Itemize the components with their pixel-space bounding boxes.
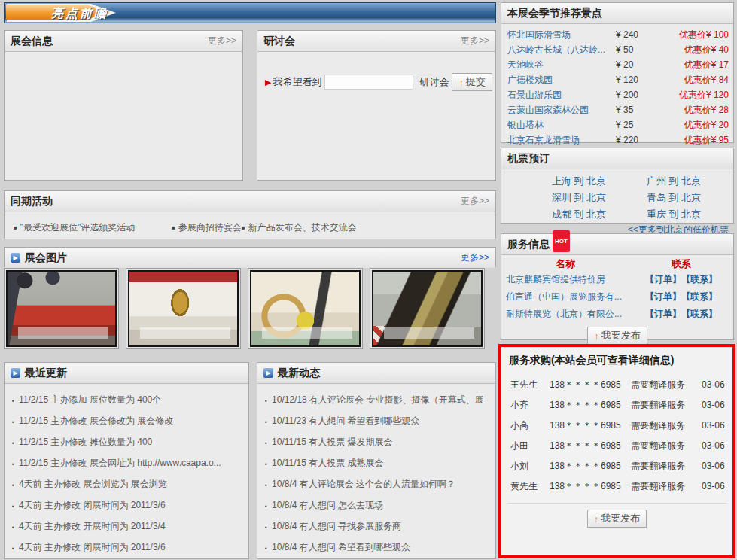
request-row[interactable]: 小刘 138＊＊＊＊6985 需要翻译服务 03-06 <box>501 456 732 476</box>
update-item[interactable]: ▪ 4天前 主办修改 展会浏览为 展会浏览 <box>12 474 244 495</box>
concurrent-item[interactable]: ■"最受欢迎展位"评选颁奖活动 <box>14 221 172 234</box>
scenic-discount-price: 优惠价¥ 120 <box>658 87 729 102</box>
request-row[interactable]: 小田 138＊＊＊＊6985 需要翻译服务 03-06 <box>501 436 732 456</box>
service-order-link[interactable]: 【订单】 <box>645 309 681 319</box>
scenic-price: ¥ 220 <box>616 132 658 148</box>
play-icon: ▶ <box>11 368 20 378</box>
scenic-name-link[interactable]: 怀北国际滑雪场 <box>507 27 616 42</box>
news-item[interactable]: ▪ 10/8/4 有人想问 希望看到哪些观众 <box>265 537 491 558</box>
request-row[interactable]: 王先生 138＊＊＊＊6985 需要翻译服务 03-06 <box>501 375 732 395</box>
service-requests-list: 王先生 138＊＊＊＊6985 需要翻译服务 03-06 小齐 138＊＊＊＊6… <box>501 375 732 497</box>
exhibit-info-more-link[interactable]: 更多>> <box>208 31 236 51</box>
request-name: 黄先生 <box>510 476 550 497</box>
flight-route-link[interactable]: 广州 到 北京 <box>626 174 721 189</box>
update-item[interactable]: ▪ 4天前 主办修改 闭展时间为 2011/3/6 <box>12 495 244 516</box>
service-row: 耐斯特展览（北京）有限公... 【订单】【联系】 <box>501 306 733 323</box>
scenic-name-link[interactable]: 天池峡谷 <box>507 57 616 72</box>
bullet-icon: ▪ <box>265 476 269 495</box>
scenic-price: ¥ 200 <box>616 87 658 102</box>
exhibition-photo-2[interactable] <box>126 268 241 349</box>
bullet-icon: ▪ <box>265 434 269 453</box>
news-item[interactable]: ▪ 10/11/23 有人想问 希望看到哪些观众 <box>265 411 491 432</box>
concurrent-more-link[interactable]: 更多>> <box>461 191 489 212</box>
request-row[interactable]: 黄先生 138＊＊＊＊6985 需要翻译服务 03-06 <box>501 476 732 497</box>
service-name-link[interactable]: 伯言通（中国）展览服务有... <box>506 288 632 306</box>
request-row[interactable]: 小高 138＊＊＊＊6985 需要翻译服务 03-06 <box>501 415 732 436</box>
request-phone: 138＊＊＊＊6985 <box>550 476 631 497</box>
update-item[interactable]: ▪ 4天前 主办修改 开展时间为 2011/3/4 <box>12 516 244 537</box>
concurrent-header: 同期活动 更多>> <box>5 191 495 212</box>
services-title: 服务信息 <box>507 234 550 254</box>
seminar-more-link[interactable]: 更多>> <box>461 31 489 51</box>
services-header: 服务信息 HOT <box>501 234 733 255</box>
scenic-discount-price: 优惠价¥ 95 <box>658 132 729 148</box>
exhibition-photo-1[interactable] <box>4 268 119 349</box>
update-item[interactable]: ▪ 11/2/15 主办修改 展会修改为 展会修改 <box>12 411 244 432</box>
update-item[interactable]: ▪ 4天前 主办修改 闭展时间为 2011/3/6 <box>12 537 244 558</box>
photos-more-link[interactable]: 更多>> <box>461 248 489 268</box>
flight-route-link[interactable]: 深圳 到 北京 <box>531 190 626 205</box>
recent-updates-box: ▶ 最近更新 ▪ 11/2/15 主办添加 展位数量为 400个 ▪ 11/2/… <box>4 362 249 559</box>
concurrent-item[interactable]: ■新产品发布会、技术交流会 <box>242 221 357 234</box>
services-publish-button[interactable]: ↑我要发布 <box>587 327 647 345</box>
flight-route-link[interactable]: 上海 到 北京 <box>531 174 626 189</box>
news-item[interactable]: ▪ 10/8/4 有人想问 寻找参展服务商 <box>265 516 491 537</box>
photos-header-box: ▶ 展会图片 更多>> <box>4 247 496 267</box>
request-phone: 138＊＊＊＊6985 <box>550 436 631 456</box>
service-contact-link[interactable]: 【联系】 <box>681 274 717 285</box>
service-name-link[interactable]: 耐斯特展览（北京）有限公... <box>506 306 632 323</box>
flights-header: 机票预订 <box>501 148 733 169</box>
bullet-icon: ▪ <box>265 391 269 411</box>
scenic-name-link[interactable]: 广德楼戏园 <box>507 72 616 87</box>
service-order-link[interactable]: 【订单】 <box>645 291 681 302</box>
scenic-name-link[interactable]: 云蒙山国家森林公园 <box>507 102 616 117</box>
service-name-link[interactable]: 北京麒麟宾馆提供特价房 <box>506 271 632 288</box>
scenic-row: 八达岭古长城（八达岭... ¥ 50 优惠价¥ 40 <box>501 42 733 57</box>
concurrent-item[interactable]: ■参展商招待宴会 <box>172 221 242 234</box>
requests-publish-button[interactable]: ↑我要发布 <box>587 510 647 528</box>
scenic-discount-price: 优惠价¥ 20 <box>658 117 729 132</box>
service-contact-link[interactable]: 【联系】 <box>681 291 717 302</box>
scenic-price: ¥ 35 <box>616 102 658 117</box>
scenic-name-link[interactable]: 八达岭古长城（八达岭... <box>507 42 616 57</box>
photo-dragon-statue-booth <box>128 270 239 347</box>
service-order-link[interactable]: 【订单】 <box>645 274 681 285</box>
seminar-submit-button[interactable]: ↑提交 <box>452 73 492 91</box>
update-item[interactable]: ▪ 11/2/15 主办修改 摊位数量为 400 <box>12 432 244 453</box>
seminar-form: ▶ 我希望看到 研讨会 ↑提交 <box>265 73 495 91</box>
news-item[interactable]: ▪ 10/12/18 有人评论展会 专业摄影、摄像（开幕式、展 <box>265 390 491 411</box>
exhibition-photo-3[interactable] <box>248 268 363 349</box>
update-item[interactable]: ▪ 11/2/15 主办添加 展位数量为 400个 <box>12 390 244 411</box>
photo-strip <box>4 268 496 352</box>
scenic-row: 北京石京龙滑雪场 ¥ 220 优惠价¥ 95 <box>501 132 733 148</box>
update-item[interactable]: ▪ 11/2/15 主办修改 展会网址为 http://www.caapa.o.… <box>12 453 244 474</box>
scenic-name-link[interactable]: 北京石京龙滑雪场 <box>507 132 616 148</box>
exhibition-photo-4[interactable] <box>370 268 485 349</box>
request-service: 需要翻译服务 <box>631 436 702 456</box>
seminar-topic-input[interactable] <box>324 75 413 90</box>
exhibit-info-title: 展会信息 <box>11 31 53 51</box>
news-item[interactable]: ▪ 10/8/4 有人想问 怎么去现场 <box>265 495 491 516</box>
flight-route-link[interactable]: 重庆 到 北京 <box>626 207 721 222</box>
bullet-icon: ▪ <box>12 434 16 453</box>
scenic-name-link[interactable]: 石景山游乐园 <box>507 87 616 102</box>
request-row[interactable]: 小齐 138＊＊＊＊6985 需要翻译服务 03-06 <box>501 395 732 415</box>
service-contact-link[interactable]: 【联系】 <box>681 309 717 319</box>
play-icon: ▶ <box>263 368 273 378</box>
request-service: 需要翻译服务 <box>631 476 702 497</box>
news-item[interactable]: ▪ 10/11/15 有人投票 爆发期展会 <box>265 432 491 453</box>
bullet-icon: ▪ <box>265 412 269 432</box>
news-item[interactable]: ▪ 10/8/4 有人评论展会 这个会的人流量如何啊？ <box>265 474 491 495</box>
request-phone: 138＊＊＊＊6985 <box>550 395 631 415</box>
up-arrow-icon: ↑ <box>458 77 464 88</box>
scenic-spots-header: 本展会季节推荐景点 <box>501 3 733 24</box>
news-item[interactable]: ▪ 10/11/15 有人投票 成熟展会 <box>265 453 491 474</box>
photo-playground-arch <box>250 270 361 347</box>
scenic-name-link[interactable]: 银山塔林 <box>507 117 616 132</box>
latest-news-box: ▶ 最新动态 ▪ 10/12/18 有人评论展会 专业摄影、摄像（开幕式、展 ▪… <box>257 362 496 559</box>
flight-route-link[interactable]: 成都 到 北京 <box>531 207 626 222</box>
flight-route-link[interactable]: 青岛 到 北京 <box>626 190 721 205</box>
up-arrow-icon: ↑ <box>594 330 599 342</box>
photos-header: ▶ 展会图片 更多>> <box>5 248 495 268</box>
seminar-header: 研讨会 更多>> <box>257 31 495 52</box>
